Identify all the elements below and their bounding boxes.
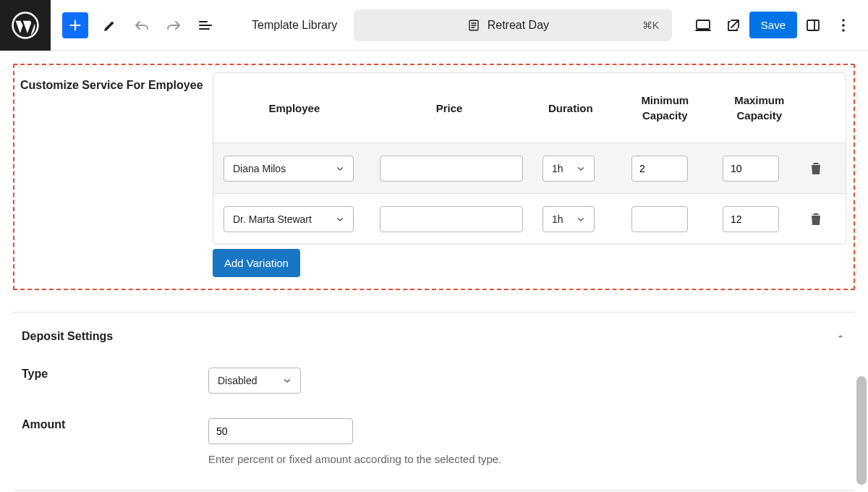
- capsule-shortcut: ⌘K: [642, 20, 659, 31]
- employee-select[interactable]: Dr. Marta Stewart: [224, 206, 354, 232]
- delete-row-button[interactable]: [801, 205, 830, 234]
- chevron-down-icon: [575, 163, 587, 174]
- svg-point-5: [842, 24, 845, 27]
- variation-row: Diana Milos 1h: [213, 143, 846, 193]
- svg-rect-2: [697, 20, 710, 29]
- template-library-link[interactable]: Template Library: [252, 19, 337, 32]
- deposit-type-select[interactable]: Disabled: [208, 368, 301, 394]
- wordpress-logo[interactable]: [0, 0, 51, 51]
- chevron-down-icon: [575, 213, 587, 225]
- min-capacity-input[interactable]: [631, 206, 688, 232]
- sidebar-toggle-icon[interactable]: [799, 11, 827, 40]
- price-input[interactable]: [380, 206, 523, 232]
- duration-select-value: 1h: [552, 163, 563, 174]
- deposit-settings-section: Deposit Settings Type Disabled Amount En…: [13, 312, 855, 465]
- customize-service-block: Customize Service For Employee Employee …: [13, 64, 855, 290]
- employee-select-value: Diana Milos: [233, 163, 286, 174]
- device-preview-icon[interactable]: [689, 11, 718, 40]
- save-button[interactable]: Save: [749, 12, 797, 38]
- command-palette-button[interactable]: Retreat Day ⌘K: [354, 9, 672, 41]
- chevron-down-icon: [334, 163, 346, 174]
- outline-icon[interactable]: [191, 11, 220, 40]
- duration-select[interactable]: 1h: [542, 206, 595, 232]
- add-variation-button[interactable]: Add Variation: [213, 249, 300, 277]
- duration-select-value: 1h: [552, 213, 563, 225]
- capsule-title: Retreat Day: [488, 19, 549, 32]
- deposit-amount-label: Amount: [22, 418, 208, 431]
- deposit-amount-input[interactable]: [208, 418, 353, 444]
- edit-icon[interactable]: [95, 11, 124, 40]
- col-employee: Employee: [213, 101, 375, 116]
- more-options-icon[interactable]: [829, 11, 858, 40]
- employee-select-value: Dr. Marta Stewart: [233, 213, 312, 225]
- col-duration: Duration: [524, 101, 618, 116]
- collapse-icon[interactable]: [835, 331, 846, 342]
- deposit-type-label: Type: [22, 368, 208, 381]
- deposit-settings-title: Deposit Settings: [22, 330, 113, 343]
- duration-select[interactable]: 1h: [542, 156, 595, 182]
- col-min-capacity: Minimum Capacity: [618, 93, 712, 123]
- undo-icon[interactable]: [127, 11, 156, 40]
- variation-row: Dr. Marta Stewart 1h: [213, 193, 846, 244]
- service-variation-table: Employee Price Duration Minimum Capacity…: [213, 72, 846, 245]
- template-icon: [467, 19, 480, 32]
- redo-icon[interactable]: [159, 11, 188, 40]
- col-max-capacity: Maximum Capacity: [712, 93, 807, 123]
- add-block-button[interactable]: [62, 12, 88, 38]
- external-link-icon[interactable]: [719, 11, 748, 40]
- delete-row-button[interactable]: [801, 154, 830, 183]
- deposit-type-value: Disabled: [218, 375, 257, 386]
- col-price: Price: [375, 101, 524, 116]
- deposit-amount-helper: Enter percent or fixed amount according …: [208, 453, 846, 465]
- chevron-down-icon: [281, 375, 293, 386]
- min-capacity-input[interactable]: [631, 156, 688, 182]
- chevron-down-icon: [334, 213, 346, 225]
- employee-select[interactable]: Diana Milos: [224, 156, 354, 182]
- scrollbar-thumb[interactable]: [856, 376, 867, 485]
- max-capacity-input[interactable]: [723, 206, 779, 232]
- price-input[interactable]: [380, 156, 523, 182]
- max-capacity-input[interactable]: [723, 156, 779, 182]
- customize-service-title: Customize Service For Employee: [20, 72, 205, 277]
- svg-point-4: [842, 19, 845, 22]
- svg-point-6: [842, 29, 845, 32]
- svg-rect-3: [807, 20, 819, 30]
